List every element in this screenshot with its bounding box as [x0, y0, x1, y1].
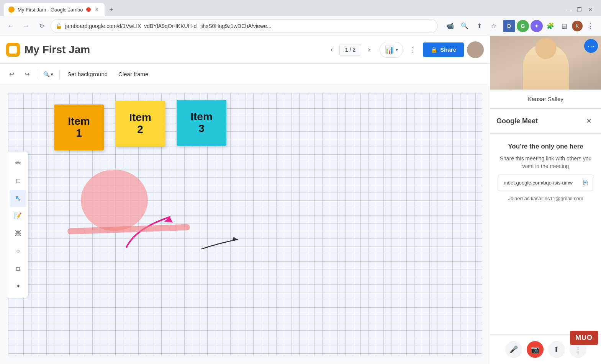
sticky-note-item-2[interactable]: Item 2: [115, 101, 165, 147]
prev-frame-button[interactable]: ‹: [326, 44, 338, 56]
tab-favicon: [8, 7, 15, 13]
back-button[interactable]: ←: [5, 20, 17, 32]
window-maximize[interactable]: ❐: [577, 7, 582, 13]
user-avatar-small[interactable]: K: [572, 21, 583, 31]
activity-icon: 📊: [385, 45, 394, 54]
meet-close-button[interactable]: ✕: [583, 115, 595, 127]
meet-share-description: Share this meeting link with others you …: [498, 155, 593, 170]
address-actions: 📹 🔍 ⬆ ☆: [444, 20, 500, 32]
laser-tool-button[interactable]: ✦: [10, 278, 26, 295]
window-minimize[interactable]: —: [565, 7, 571, 13]
clear-frame-button[interactable]: Clear frame: [114, 68, 153, 80]
url-text: jamboard.google.com/d/1VwLIX_vdBYlA9qOr-…: [65, 23, 433, 29]
camera-icon[interactable]: 📹: [444, 20, 456, 32]
shape-tool-button[interactable]: ○: [10, 243, 26, 260]
copy-link-button[interactable]: ⎘: [583, 179, 588, 187]
ext-sidebar-icon[interactable]: ▤: [558, 20, 570, 32]
redo-button[interactable]: ↪: [20, 67, 34, 81]
set-background-button[interactable]: Set background: [63, 68, 112, 80]
jam-title: My First Jam: [25, 44, 321, 56]
address-bar: ← → ↻ 🔒 jamboard.google.com/d/1VwLIX_vdB…: [0, 16, 601, 36]
jamboard-logo-inner: [9, 46, 17, 54]
extension-icons: D G ✦ 🧩 ▤ K ⋮: [503, 20, 596, 32]
lock-icon: 🔒: [431, 46, 438, 53]
active-tab[interactable]: My First Jam - Google Jambo ✕: [4, 3, 105, 16]
refresh-button[interactable]: ↻: [35, 20, 47, 32]
meet-only-here-text: You're the only one here: [508, 143, 583, 150]
jam-header: My First Jam ‹ 1 / 2 › 📊 ▾ ⋮ 🔒 Share: [0, 36, 490, 64]
app-container: My First Jam ‹ 1 / 2 › 📊 ▾ ⋮ 🔒 Share: [0, 36, 601, 364]
sticky-note-1-text: Item 1: [68, 116, 90, 139]
image-icon: 🖼: [15, 230, 21, 237]
sticky-note-tool-button[interactable]: 📝: [10, 207, 26, 224]
textbox-icon: ⊡: [16, 266, 20, 272]
share-page-icon[interactable]: ⬆: [473, 20, 485, 32]
meet-link-text: meet.google.com/bqo-isis-umw: [504, 180, 580, 186]
tab-close-button[interactable]: ✕: [94, 7, 100, 13]
tab-bar: My First Jam - Google Jambo ✕ + — ❐ ✕: [0, 0, 601, 16]
window-close[interactable]: ✕: [588, 7, 593, 13]
new-tab-button[interactable]: +: [106, 4, 117, 15]
ext-d-icon[interactable]: D: [503, 20, 515, 32]
jam-toolbar: ↩ ↪ 🔍 ▾ Set background Clear frame: [0, 64, 490, 85]
textbox-tool-button[interactable]: ⊡: [10, 260, 26, 277]
browser-chrome: My First Jam - Google Jambo ✕ + — ❐ ✕ ← …: [0, 0, 601, 36]
tab-title: My First Jam - Google Jambo: [18, 7, 83, 13]
eraser-tool-button[interactable]: ◻: [10, 172, 26, 189]
url-bar[interactable]: 🔒 jamboard.google.com/d/1VwLIX_vdBYlA9qO…: [51, 19, 438, 33]
search-icon[interactable]: 🔍: [459, 20, 471, 32]
pink-circle-shape[interactable]: [81, 170, 148, 231]
sticky-note-item-1[interactable]: Item 1: [54, 104, 104, 150]
jamboard-logo: [6, 43, 20, 57]
ext-g-icon[interactable]: G: [517, 20, 529, 32]
meet-header: Google Meet ✕: [490, 109, 601, 134]
laser-icon: ✦: [16, 282, 21, 290]
window-controls: — ❐ ✕: [565, 7, 597, 13]
person-head: [535, 38, 556, 59]
more-options-button[interactable]: ⋮: [406, 43, 420, 57]
side-toolbar: ✏ ◻ ↖ 📝 🖼 ○: [8, 152, 28, 298]
meet-sidebar: ⋯ Kausar Salley Google Meet ✕ You're the…: [490, 36, 601, 364]
activity-button[interactable]: 📊 ▾: [380, 42, 403, 58]
sticky-note-item-3[interactable]: Item 3: [177, 100, 226, 146]
meet-title: Google Meet: [496, 117, 538, 125]
meet-more-button[interactable]: ⋯: [584, 39, 598, 53]
meet-video-preview: ⋯: [490, 36, 601, 90]
share-button[interactable]: 🔒 Share: [423, 42, 464, 57]
ext-puzzle-icon[interactable]: 🧩: [544, 20, 557, 32]
pen-tool-button[interactable]: ✏: [10, 155, 26, 171]
sticky-note-3-text: Item 3: [190, 111, 213, 135]
undo-icon: ↩: [9, 70, 14, 78]
frame-indicator: 1 / 2: [339, 44, 361, 55]
camera-button[interactable]: 📷: [527, 341, 544, 358]
zoom-control[interactable]: 🔍 ▾: [40, 70, 56, 79]
chrome-menu-icon[interactable]: ⋮: [584, 20, 596, 32]
zoom-arrow: ▾: [51, 71, 53, 77]
canvas-board[interactable]: ✏ ◻ ↖ 📝 🖼 ○: [8, 93, 482, 356]
toolbar-separator: [37, 70, 37, 79]
jam-actions: 📊 ▾ ⋮ 🔒 Share: [380, 41, 484, 58]
frame-navigation: ‹ 1 / 2 ›: [326, 44, 375, 56]
redo-icon: ↪: [25, 70, 29, 78]
ext-ai-icon[interactable]: ✦: [531, 20, 543, 32]
select-icon: ↖: [15, 194, 21, 203]
forward-button[interactable]: →: [20, 20, 32, 32]
canvas-area: ✏ ◻ ↖ 📝 🖼 ○: [0, 85, 490, 364]
share-label: Share: [440, 46, 456, 53]
present-button[interactable]: ⬆: [548, 341, 565, 358]
secure-icon: 🔒: [56, 23, 62, 29]
bookmark-icon[interactable]: ☆: [488, 20, 500, 32]
select-tool-button[interactable]: ↖: [10, 190, 26, 207]
meet-user-section: Kausar Salley: [490, 90, 601, 109]
meet-content: You're the only one here Share this meet…: [490, 134, 601, 335]
undo-button[interactable]: ↩: [5, 67, 18, 81]
meet-link-container: meet.google.com/bqo-isis-umw ⎘: [498, 175, 593, 191]
image-tool-button[interactable]: 🖼: [10, 225, 26, 242]
meet-joined-text: Joined as kasallies11@gmail.com: [508, 196, 583, 201]
microphone-button[interactable]: 🎤: [505, 341, 522, 358]
zoom-icon: 🔍: [43, 71, 50, 77]
next-frame-button[interactable]: ›: [363, 44, 375, 56]
meet-user-name: Kausar Salley: [496, 94, 595, 104]
jamboard-main: My First Jam ‹ 1 / 2 › 📊 ▾ ⋮ 🔒 Share: [0, 36, 490, 364]
activity-arrow: ▾: [396, 47, 398, 52]
